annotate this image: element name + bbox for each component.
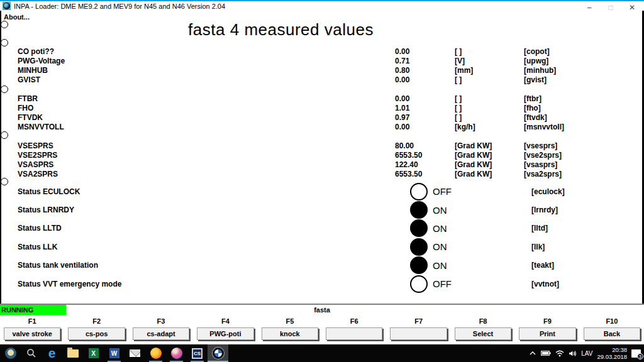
fkey-button-back[interactable]: Back (584, 327, 640, 340)
inpa-app-icon (3, 2, 11, 10)
fkey-name: F5 (258, 315, 322, 326)
value-number: 0.00 (395, 123, 455, 132)
value-id: [vsesprs] (524, 141, 642, 151)
fkey-slot: F10 Back (580, 315, 644, 344)
status-id: [teakt] (531, 261, 554, 270)
fkey-slot: F3 cs-adapt (129, 315, 193, 344)
value-id: [ftvdk] (524, 113, 642, 123)
language-indicator[interactable]: LAV (581, 350, 592, 357)
status-indicator-circle (410, 183, 428, 200)
table-row: FTVDK 0.97 [ ] [ftvdk] (1, 113, 642, 123)
fkey-button-pwg-poti[interactable]: PWG-poti (197, 327, 253, 340)
value-label: VSASPRS (1, 160, 395, 170)
status-state: OFF (433, 186, 452, 197)
fkey-button-cs-adapt[interactable]: cs-adapt (133, 327, 189, 340)
fkey-button-print[interactable]: Print (519, 327, 575, 340)
taskbar-excel-button[interactable]: X (83, 344, 104, 362)
taskbar-cs-button[interactable]: CS (187, 344, 208, 362)
notification-center-icon[interactable]: 3 (631, 349, 641, 358)
menu-bar: About... (0, 11, 644, 21)
value-label: MINHUB (1, 66, 395, 75)
status-row: Status ECULOCK OFF [eculock] (1, 182, 642, 200)
wifi-icon[interactable] (555, 350, 564, 357)
group-marker-circle (1, 178, 8, 185)
value-number: 80.00 (395, 141, 455, 151)
value-label: FTVDK (1, 113, 395, 123)
taskbar-file-explorer-button[interactable] (62, 344, 83, 362)
value-number: 0.00 (395, 47, 455, 57)
table-row: VSESPRS 80.00 [Grad KW] [vsesprs] (1, 141, 642, 151)
taskbar-mail-button[interactable] (125, 344, 145, 362)
tray-chevron-up-icon[interactable] (529, 350, 536, 356)
value-label: FTBR (1, 94, 395, 104)
fkey-slot: F6 (322, 315, 386, 344)
battery-icon[interactable] (541, 350, 551, 356)
fkey-button-select[interactable]: Select (455, 327, 511, 340)
taskbar-paint3d-button[interactable] (166, 344, 187, 362)
value-id: [gvist] (524, 75, 642, 85)
value-label: GVIST (1, 75, 395, 85)
value-number: 0.71 (395, 57, 455, 66)
fkey-button-knock[interactable]: knock (262, 327, 318, 340)
volume-icon[interactable] (569, 350, 577, 357)
table-row: CO poti?? 0.00 [ ] [copot] (1, 47, 642, 57)
table-row: FTBR 0.00 [ ] [ftbr] (1, 94, 642, 104)
system-tray: LAV 20:38 29.03.2018 3 (529, 346, 644, 360)
value-unit: [Grad KW] (455, 151, 524, 160)
desktop: INPA - Loader: DME ME9.2 and MEV9 for N4… (0, 0, 644, 362)
fkey-button-cs-pos[interactable]: cs-pos (68, 327, 125, 340)
value-label: VSESPRS (1, 141, 395, 151)
status-state: ON (433, 260, 447, 271)
taskbar-word-button[interactable]: W (104, 344, 125, 362)
fkey-slot: F2 cs-pos (64, 315, 128, 344)
status-indicator-circle (410, 238, 428, 256)
window-titlebar: INPA - Loader: DME ME9.2 and MEV9 for N4… (0, 0, 644, 11)
value-id: [vsa2sprs] (524, 170, 642, 179)
excel-icon: X (89, 348, 99, 358)
taskbar-edge-button[interactable]: e (42, 344, 62, 362)
value-unit: [ ] (455, 75, 524, 85)
value-number: 0.80 (395, 66, 455, 75)
fkey-button-f6[interactable] (326, 327, 382, 340)
start-button[interactable] (0, 344, 21, 362)
taskbar-inpa-button[interactable] (208, 344, 228, 362)
status-label: Status VVT emergency mode (1, 280, 121, 288)
value-id: [msnvvtoll] (524, 123, 642, 132)
status-id: [lrnrdy] (531, 206, 558, 214)
status-id: [lltd] (531, 224, 548, 233)
table-row: VSA2SPRS 6553.50 [Grad KW] [vsa2sprs] (1, 170, 642, 179)
value-id: [ftbr] (524, 94, 642, 104)
group-marker-circle (1, 131, 8, 139)
word-icon: W (109, 348, 119, 358)
table-row: VSASPRS 122.40 [Grad KW] [vsasprs] (1, 160, 642, 170)
measured-values-table: CO poti?? 0.00 [ ] [copot] PWG-Voltage 0… (1, 47, 642, 189)
value-unit: [V] (455, 57, 524, 66)
fkey-button-valve-stroke[interactable]: valve stroke (4, 327, 60, 340)
status-id: [vvtnot] (531, 280, 559, 288)
taskbar-firefox-button[interactable] (145, 344, 166, 362)
fkey-name: F4 (193, 315, 257, 326)
status-row: Status tank ventilation ON [teakt] (1, 256, 642, 275)
fkey-button-f7[interactable] (390, 327, 447, 340)
status-label: Status LRNRDY (1, 206, 74, 214)
windows-taskbar: e X W CS (0, 344, 644, 362)
file-explorer-icon (67, 349, 79, 358)
status-row: Status VVT emergency mode OFF [vvtnot] (1, 275, 642, 293)
fkey-name: F2 (64, 315, 128, 326)
clock[interactable]: 20:38 29.03.2018 (597, 346, 627, 360)
fkey-slot: F4 PWG-poti (193, 315, 257, 344)
taskbar-search-button[interactable] (21, 344, 42, 362)
notification-badge: 3 (637, 353, 643, 359)
status-row: Status LLTD ON [lltd] (1, 219, 642, 238)
status-indicator-circle (410, 219, 428, 237)
value-number: 6553.50 (395, 151, 455, 160)
status-state: ON (433, 205, 447, 216)
clock-time: 20:38 (612, 346, 627, 353)
value-unit: [Grad KW] (455, 141, 524, 151)
value-unit: [ ] (455, 94, 524, 104)
status-id: [eculock] (531, 187, 565, 196)
value-group: CO poti?? 0.00 [ ] [copot] PWG-Voltage 0… (1, 47, 642, 85)
value-group: FTBR 0.00 [ ] [ftbr] FHO 1.01 [ ] [fho] … (1, 94, 642, 132)
window-title: INPA - Loader: DME ME9.2 and MEV9 for N4… (14, 3, 225, 10)
fkey-name: F9 (515, 315, 579, 326)
